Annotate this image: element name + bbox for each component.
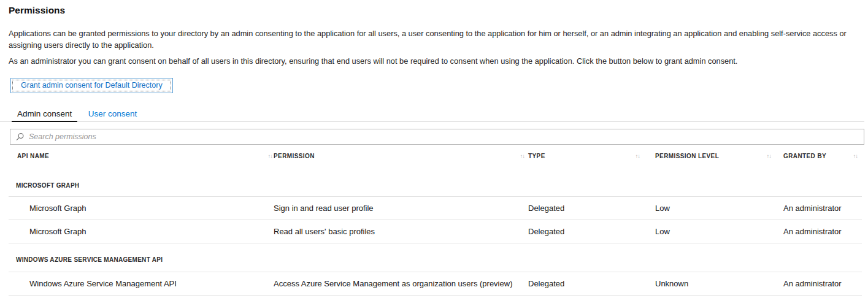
permissions-page: Permissions Applications can be granted … <box>0 5 868 296</box>
page-title: Permissions <box>9 5 853 16</box>
tab-admin-consent[interactable]: Admin consent <box>12 109 77 122</box>
sort-icon[interactable]: ↑↓ <box>636 153 640 159</box>
search-icon <box>15 132 25 142</box>
column-header-granted-by[interactable]: GRANTED BY ↑↓ <box>783 153 862 159</box>
sort-icon[interactable]: ↑↓ <box>268 153 273 159</box>
cell-api-name: Microsoft Graph <box>9 204 274 213</box>
description-paragraph-2: As an administrator you can grant consen… <box>9 56 851 67</box>
cell-granted-by: An administrator <box>783 227 862 236</box>
cell-permission: Read all users' basic profiles <box>274 227 528 236</box>
cell-api-name: Microsoft Graph <box>9 227 274 236</box>
api-group-header: MICROSOFT GRAPH <box>9 163 862 197</box>
cell-type: Delegated <box>528 279 655 288</box>
cell-permission: Sign in and read user profile <box>274 204 528 213</box>
permission-row[interactable]: Microsoft Graph Read all users' basic pr… <box>9 220 862 243</box>
cell-permission-level: Low <box>655 204 783 213</box>
cell-api-name: Windows Azure Service Management API <box>9 279 274 288</box>
consent-tabs: Admin consent User consent <box>0 108 864 122</box>
search-input[interactable] <box>28 129 861 144</box>
table-header-row: API NAME ↑↓ PERMISSION ↑↓ TYPE ↑↓ PERMIS… <box>9 150 862 163</box>
permission-row[interactable]: Windows Azure Service Management API Acc… <box>9 272 862 296</box>
column-header-api-name[interactable]: API NAME ↑↓ <box>9 153 274 159</box>
sort-icon[interactable]: ↑↓ <box>767 153 772 159</box>
description-paragraph-1: Applications can be granted permissions … <box>9 28 851 51</box>
tab-user-consent[interactable]: User consent <box>83 109 143 121</box>
grant-admin-consent-button[interactable]: Grant admin consent for Default Director… <box>10 78 173 93</box>
cell-granted-by: An administrator <box>783 279 862 288</box>
cell-type: Delegated <box>528 227 655 236</box>
cell-permission-level: Unknown <box>655 279 783 288</box>
cell-permission-level: Low <box>655 227 783 236</box>
column-header-permission[interactable]: PERMISSION ↑↓ <box>274 153 528 159</box>
column-header-type[interactable]: TYPE ↑↓ <box>528 153 655 159</box>
sort-icon[interactable]: ↑↓ <box>520 153 525 159</box>
permissions-table: API NAME ↑↓ PERMISSION ↑↓ TYPE ↑↓ PERMIS… <box>9 150 862 296</box>
cell-type: Delegated <box>528 204 655 213</box>
cell-permission: Access Azure Service Management as organ… <box>274 279 528 288</box>
search-permissions-box[interactable] <box>10 129 864 145</box>
api-group-header: WINDOWS AZURE SERVICE MANAGEMENT API <box>9 243 862 272</box>
sort-icon[interactable]: ↑↓ <box>853 153 858 159</box>
permission-row[interactable]: Microsoft Graph Sign in and read user pr… <box>9 197 862 220</box>
cell-granted-by: An administrator <box>783 204 862 213</box>
table-body: MICROSOFT GRAPH Microsoft Graph Sign in … <box>9 163 862 296</box>
column-header-permission-level[interactable]: PERMISSION LEVEL ↑↓ <box>655 153 783 159</box>
